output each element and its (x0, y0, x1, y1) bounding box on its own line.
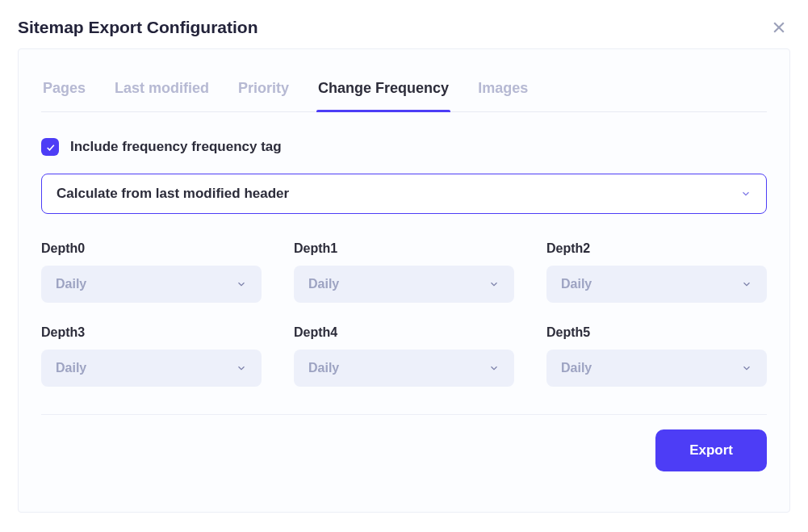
depth4-value: Daily (308, 361, 339, 375)
depth0-field: Depth0 Daily (41, 241, 262, 303)
depth5-value: Daily (561, 361, 592, 375)
tab-images[interactable]: Images (476, 72, 530, 111)
depth4-label: Depth4 (294, 325, 514, 340)
include-frequency-label: Include frequency frequency tag (70, 139, 282, 155)
modal-header: Sitemap Export Configuration (18, 16, 790, 48)
depth2-label: Depth2 (546, 241, 767, 256)
chevron-down-icon (488, 279, 500, 290)
chevron-down-icon (236, 362, 247, 374)
tab-change-frequency[interactable]: Change Frequency (316, 72, 450, 111)
depth0-value: Daily (56, 277, 86, 291)
depth1-value: Daily (308, 277, 339, 291)
include-frequency-checkbox[interactable] (41, 138, 59, 156)
calculation-mode-select[interactable]: Calculate from last modified header (41, 174, 767, 214)
depth2-field: Depth2 Daily (546, 241, 767, 303)
chevron-down-icon (741, 362, 752, 374)
calculation-mode-value: Calculate from last modified header (57, 186, 289, 202)
depth4-field: Depth4 Daily (294, 325, 514, 387)
modal-footer: Export (41, 429, 767, 471)
sitemap-export-modal: Sitemap Export Configuration Pages Last … (0, 0, 808, 532)
depth5-field: Depth5 Daily (546, 325, 767, 387)
export-button[interactable]: Export (655, 429, 767, 471)
depth3-label: Depth3 (41, 325, 262, 340)
depth2-value: Daily (561, 277, 592, 291)
depth1-field: Depth1 Daily (294, 241, 514, 303)
chevron-down-icon (740, 188, 751, 199)
chevron-down-icon (488, 362, 500, 374)
footer-separator (41, 414, 767, 415)
depth0-select[interactable]: Daily (41, 266, 262, 303)
check-icon (45, 142, 56, 153)
close-icon (771, 19, 787, 36)
tab-pages[interactable]: Pages (41, 72, 87, 111)
depth5-select[interactable]: Daily (546, 350, 767, 387)
modal-title: Sitemap Export Configuration (18, 18, 258, 37)
depth-grid: Depth0 Daily Depth1 Daily Depth2 Daily (41, 241, 767, 387)
tab-priority[interactable]: Priority (237, 72, 291, 111)
depth1-select[interactable]: Daily (294, 266, 514, 303)
chevron-down-icon (741, 279, 752, 290)
depth4-select[interactable]: Daily (294, 350, 514, 387)
chevron-down-icon (236, 279, 247, 290)
tab-last-modified[interactable]: Last modified (113, 72, 211, 111)
depth5-label: Depth5 (546, 325, 767, 340)
include-frequency-checkbox-row: Include frequency frequency tag (41, 138, 767, 156)
close-button[interactable] (768, 16, 790, 39)
depth3-field: Depth3 Daily (41, 325, 262, 387)
modal-panel: Pages Last modified Priority Change Freq… (18, 48, 790, 513)
calculation-mode-field: Calculate from last modified header (41, 174, 767, 214)
depth1-label: Depth1 (294, 241, 514, 256)
depth3-select[interactable]: Daily (41, 350, 262, 387)
depth2-select[interactable]: Daily (546, 266, 767, 303)
depth3-value: Daily (56, 361, 86, 375)
tabs: Pages Last modified Priority Change Freq… (41, 72, 767, 112)
depth0-label: Depth0 (41, 241, 262, 256)
